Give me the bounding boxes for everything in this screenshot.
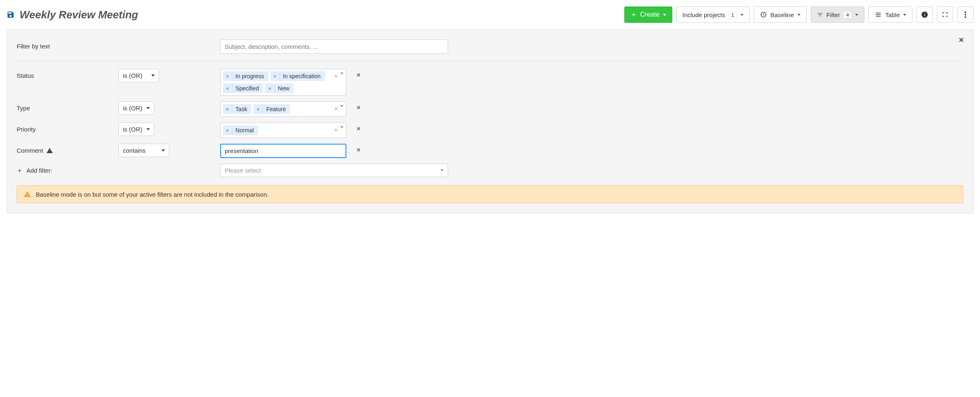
status-operator-select[interactable]: is (OR) [118,69,159,82]
warning-text: Baseline mode is on but some of your act… [36,191,269,198]
table-icon [875,11,882,18]
view-button[interactable]: Table [868,7,912,23]
save-icon[interactable] [7,11,15,19]
status-operator-value: is (OR) [123,72,142,79]
filter-icon [817,11,823,18]
priority-label: Priority [17,123,118,133]
remove-status-filter[interactable] [356,72,361,78]
chip-remove[interactable]: × [271,72,280,81]
chevron-down-icon [855,14,858,16]
type-label: Type [17,101,118,112]
close-button[interactable] [956,35,967,45]
remove-priority-filter[interactable] [356,126,361,132]
chip-remove[interactable]: × [223,126,232,135]
warning-icon [46,147,53,154]
chevron-down-icon [797,14,801,16]
baseline-button[interactable]: Baseline [754,7,807,23]
remove-type-filter[interactable] [356,105,361,110]
fullscreen-button[interactable] [937,7,953,23]
status-label: Status [17,69,118,79]
page-title: Weekly Review Meeting [20,9,619,21]
include-projects-label: Include projects [682,11,725,18]
chevron-down-icon [440,169,444,171]
create-button[interactable]: Create [624,7,672,23]
chip-label: Task [232,104,252,114]
filter-label: Filter [827,11,840,18]
filter-panel: Filter by text Status is (OR) × In progr… [7,29,973,213]
add-filter-label: Add filter: [17,164,118,174]
comment-operator-select[interactable]: contains [118,144,169,157]
status-chip: × Specified [223,83,263,93]
svg-point-1 [965,11,966,13]
view-label: Table [885,11,900,18]
comment-operator-value: contains [123,147,146,154]
chip-remove[interactable]: × [223,72,232,81]
chevron-down-icon[interactable] [340,126,343,128]
chip-label: Feature [263,104,290,114]
chevron-down-icon [147,128,150,130]
chevron-down-icon [903,14,906,16]
priority-chip: × Normal [223,125,258,135]
chevron-down-icon [147,107,150,109]
filter-button[interactable]: Filter 4 [811,7,865,23]
filter-count: 4 [843,11,852,18]
type-chip: × Task [223,104,251,114]
clear-all-icon[interactable]: × [334,72,338,79]
clear-all-icon[interactable]: × [334,126,338,133]
svg-point-2 [965,14,966,15]
close-icon [356,105,361,110]
close-icon [356,147,361,153]
type-values-select[interactable]: × Task × Feature × [220,101,346,117]
baseline-icon [760,11,767,18]
chip-label: In progress [232,71,268,81]
status-chip: × In progress [223,71,268,81]
status-values-select[interactable]: × In progress × In specification × Speci… [220,69,346,96]
filter-by-text-input[interactable] [220,39,448,54]
clear-all-icon[interactable]: × [334,105,338,112]
add-filter-placeholder: Please select [225,167,261,174]
close-icon [356,72,361,78]
include-projects-count: 1 [728,11,737,18]
status-chip: × In specification [271,71,325,81]
more-button[interactable] [957,7,973,23]
plus-icon [17,168,22,173]
type-chip: × Feature [254,104,290,114]
chip-remove[interactable]: × [254,105,263,114]
status-chip: × New [265,83,293,93]
svg-point-3 [965,16,966,18]
comment-label: Comment [17,144,118,154]
plus-icon [630,11,637,18]
remove-comment-filter[interactable] [356,147,361,153]
chevron-down-icon[interactable] [340,105,343,107]
create-label: Create [640,11,660,18]
close-icon [356,126,361,132]
baseline-label: Baseline [770,11,794,18]
chip-remove[interactable]: × [223,84,232,93]
filter-by-text-label: Filter by text [17,39,118,50]
priority-operator-value: is (OR) [123,126,142,133]
comment-value-input[interactable] [220,144,346,158]
chevron-down-icon [663,14,666,16]
chevron-down-icon [151,75,155,77]
add-filter-select[interactable]: Please select [220,164,448,177]
type-operator-select[interactable]: is (OR) [118,101,154,115]
info-icon [921,11,928,18]
fullscreen-icon [942,11,948,18]
chip-remove[interactable]: × [223,105,232,114]
chip-label: Normal [232,125,258,135]
chip-label: New [275,83,293,93]
include-projects-button[interactable]: Include projects 1 [676,7,750,23]
chip-remove[interactable]: × [265,84,275,93]
type-operator-value: is (OR) [123,105,142,112]
chevron-down-icon[interactable] [340,72,343,75]
chevron-down-icon [162,149,165,151]
info-button[interactable] [917,7,933,23]
chevron-down-icon [740,14,744,16]
kebab-icon [965,11,966,18]
warning-banner: Baseline mode is on but some of your act… [17,185,963,203]
chip-label: In specification [280,71,325,81]
chip-label: Specified [232,83,263,93]
priority-operator-select[interactable]: is (OR) [118,123,154,136]
priority-values-select[interactable]: × Normal × [220,123,346,138]
close-icon [958,36,965,44]
